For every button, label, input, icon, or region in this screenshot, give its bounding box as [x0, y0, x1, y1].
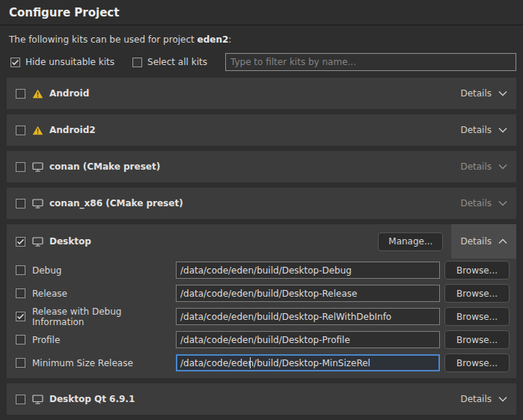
path-field-wrap — [176, 354, 440, 371]
build-dir-input-debug[interactable] — [176, 262, 440, 279]
path-field-wrap — [176, 308, 440, 325]
manage-kits-button[interactable]: Manage... — [378, 232, 443, 251]
project-name: eden2 — [198, 34, 229, 45]
warning-icon — [32, 126, 43, 135]
build-config-row-minsizerel: Minimum Size Release Browse... — [7, 351, 516, 374]
kit-panel-desktop: Desktop Manage... Details Debug Browse..… — [7, 224, 516, 378]
chevron-down-icon — [498, 164, 507, 170]
desktop-icon — [32, 395, 43, 404]
kit-checkbox[interactable] — [16, 395, 25, 404]
kit-checkbox[interactable] — [16, 126, 25, 135]
config-checkbox[interactable] — [16, 265, 25, 275]
select-all-kits-checkbox-group[interactable]: Select all kits — [132, 57, 207, 67]
chevron-down-icon — [498, 200, 507, 206]
check-icon — [16, 238, 25, 245]
config-label-group: Minimum Size Release — [16, 358, 176, 368]
kit-name: Android2 — [49, 125, 96, 135]
details-toggle-expanded[interactable]: Details — [451, 224, 516, 259]
chevron-up-icon — [498, 238, 507, 244]
page-title: Configure Project — [0, 0, 523, 25]
browse-button[interactable]: Browse... — [444, 307, 510, 326]
details-label: Details — [460, 394, 492, 404]
kit-checkbox[interactable] — [16, 162, 25, 172]
build-config-row-relwithdebinfo: Release with Debug Information Browse... — [7, 305, 516, 328]
details-label: Details — [460, 125, 492, 135]
configure-project-page: { "page": { "title": "Configure Project"… — [0, 0, 523, 420]
config-label: Minimum Size Release — [32, 358, 133, 368]
config-checkbox[interactable] — [16, 288, 25, 298]
browse-button[interactable]: Browse... — [444, 330, 510, 349]
config-checkbox[interactable] — [16, 358, 25, 368]
config-label-group: Profile — [16, 335, 176, 345]
kit-row-conan-x86[interactable]: conan_x86 (CMake preset) Details — [7, 188, 516, 219]
browse-button[interactable]: Browse... — [444, 284, 510, 303]
config-label-group: Debug — [16, 265, 176, 276]
desktop-icon — [32, 162, 43, 172]
kit-row-android2[interactable]: Android2 Details — [7, 114, 516, 146]
config-label: Debug — [32, 265, 61, 276]
kit-checkbox[interactable] — [16, 89, 25, 99]
config-label-group: Release with Debug Information — [16, 306, 176, 327]
details-toggle[interactable]: Details — [460, 88, 507, 99]
kit-row-android[interactable]: Android Details — [7, 78, 516, 109]
desktop-icon — [32, 199, 43, 209]
build-dir-input-relwithdebinfo[interactable] — [176, 308, 440, 325]
details-label: Details — [460, 236, 492, 247]
select-all-label: Select all kits — [147, 57, 207, 67]
browse-button[interactable]: Browse... — [444, 261, 510, 280]
details-label: Details — [460, 161, 492, 172]
kit-checkbox[interactable] — [16, 199, 25, 209]
select-all-checkbox[interactable] — [132, 58, 142, 67]
intro-text: The following kits can be used for proje… — [0, 25, 523, 49]
kit-name: conan (CMake preset) — [49, 161, 160, 172]
browse-button[interactable]: Browse... — [444, 353, 510, 372]
details-toggle[interactable]: Details — [460, 161, 507, 172]
hide-unsuitable-kits-checkbox-group[interactable]: Hide unsuitable kits — [10, 57, 114, 67]
build-dir-input-profile[interactable] — [176, 331, 440, 348]
details-toggle[interactable]: Details — [460, 198, 507, 209]
kit-name: Android — [49, 88, 89, 99]
chevron-down-icon — [498, 90, 507, 96]
kit-name: Desktop — [49, 236, 91, 247]
kit-row-conan[interactable]: conan (CMake preset) Details — [7, 151, 516, 182]
details-toggle[interactable]: Details — [460, 394, 507, 404]
build-config-row-profile: Profile Browse... — [7, 328, 516, 351]
text-caret — [250, 357, 251, 368]
details-label: Details — [460, 198, 492, 209]
build-dir-input-release[interactable] — [176, 285, 440, 302]
config-checkbox[interactable] — [16, 312, 25, 321]
warning-icon — [32, 89, 43, 99]
kit-filter-toolbar: Hide unsuitable kits Select all kits — [10, 53, 516, 71]
config-checkbox[interactable] — [16, 335, 25, 345]
build-config-row-debug: Debug Browse... — [7, 259, 516, 282]
chevron-down-icon — [498, 127, 507, 133]
details-label: Details — [460, 88, 492, 99]
kit-name: Desktop Qt 6.9.1 — [49, 394, 135, 404]
path-field-wrap — [176, 285, 440, 302]
kit-row-desktop-qt-691[interactable]: Desktop Qt 6.9.1 Details — [7, 383, 516, 415]
intro-prefix: The following kits can be used for proje… — [9, 34, 198, 45]
kit-name: conan_x86 (CMake preset) — [49, 198, 183, 209]
intro-suffix: : — [228, 34, 231, 45]
build-dir-input-minsizerel[interactable] — [176, 354, 440, 371]
hide-unsuitable-label: Hide unsuitable kits — [25, 57, 114, 67]
config-label-group: Release — [16, 288, 176, 299]
config-label: Release — [32, 288, 67, 299]
details-toggle[interactable]: Details — [460, 125, 507, 135]
config-label: Profile — [32, 335, 60, 345]
config-label: Release with Debug Information — [32, 306, 176, 327]
path-field-wrap — [176, 262, 440, 279]
kit-checkbox[interactable] — [16, 237, 25, 247]
details-toggle[interactable]: Details — [460, 236, 507, 247]
check-icon — [16, 313, 25, 320]
build-config-row-release: Release Browse... — [7, 282, 516, 305]
kit-row-desktop[interactable]: Desktop Manage... Details — [7, 224, 516, 259]
chevron-down-icon — [498, 396, 507, 402]
check-icon — [11, 59, 19, 66]
desktop-icon — [32, 237, 43, 247]
kit-filter-input[interactable] — [225, 53, 516, 71]
path-field-wrap — [176, 331, 440, 348]
hide-unsuitable-checkbox[interactable] — [10, 58, 20, 67]
